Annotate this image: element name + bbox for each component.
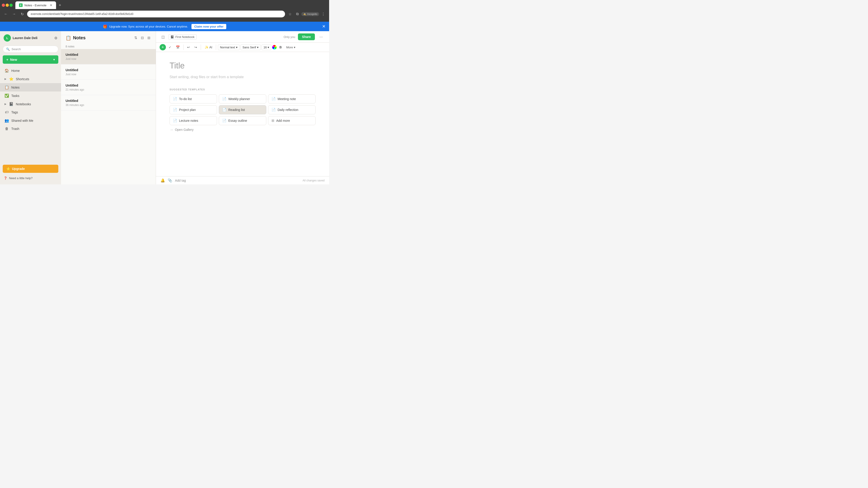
reading-template-icon: 📄	[222, 108, 226, 112]
sidebar-toggle-btn[interactable]: ◫	[160, 34, 166, 40]
upgrade-banner: 🎁 Upgrade now. Sync across all your devi…	[0, 22, 329, 31]
upgrade-button[interactable]: ⭐ Upgrade	[3, 165, 58, 173]
sidebar-item-trash[interactable]: 🗑 Trash	[0, 125, 61, 133]
open-gallery-btn[interactable]: ··· Open Gallery	[169, 126, 315, 133]
ai-btn[interactable]: ✨ AI	[203, 44, 214, 50]
back-btn[interactable]: ←	[3, 11, 9, 17]
insert-btn[interactable]: +	[160, 44, 166, 51]
redo-btn[interactable]: ↪	[193, 44, 199, 50]
attachment-icon[interactable]: 📎	[168, 178, 172, 183]
editor-footer: 🔔 📎 Add tag All changes saved	[156, 176, 329, 184]
sidebar-item-label: Tags	[11, 110, 18, 114]
plus-icon: +	[162, 45, 164, 50]
note-list-item[interactable]: Untitled 36 minutes ago	[61, 95, 156, 110]
editor-toolbar: + ✓ 📅 ↩ ↪ ✨ AI	[156, 43, 329, 52]
search-placeholder: Search	[11, 47, 21, 51]
template-btn-meeting[interactable]: 📄 Meeting note	[268, 94, 315, 103]
banner-text: Upgrade now. Sync across all your device…	[109, 25, 188, 28]
template-btn-more[interactable]: ⊞ Add more	[268, 116, 315, 125]
template-btn-project[interactable]: 📄 Project plan	[169, 105, 217, 114]
note-list-item[interactable]: Untitled Just now	[61, 64, 156, 80]
more-formatting-btn[interactable]: More ▾	[284, 44, 297, 50]
sidebar-item-shared[interactable]: 👥 Shared with Me	[0, 116, 61, 125]
notes-title-icon: 📋	[66, 35, 71, 41]
undo-btn[interactable]: ↩	[185, 44, 192, 50]
incognito-icon: 🕵	[303, 13, 306, 15]
template-btn-todo[interactable]: 📄 To-do list	[169, 94, 217, 103]
template-btn-essay[interactable]: 📄 Essay outline	[219, 116, 266, 125]
notebooks-icon: 📓	[9, 102, 13, 106]
browser-actions: ☆ ⧉ 🕵 Incognito ⋮	[287, 11, 327, 17]
close-window-btn[interactable]	[2, 4, 5, 7]
note-time: Just now	[66, 73, 151, 76]
editor-area: ◫ 📓 First Notebook Only you Share ··· + …	[156, 31, 329, 184]
template-btn-lecture[interactable]: 📄 Lecture notes	[169, 116, 217, 125]
share-button[interactable]: Share	[298, 33, 315, 40]
template-btn-weekly[interactable]: 📄 Weekly planner	[219, 94, 266, 103]
sidebar-item-notes[interactable]: 📋 Notes	[0, 83, 61, 92]
note-time: Just now	[66, 57, 151, 61]
note-list-item[interactable]: Untitled Just now	[61, 49, 156, 64]
sidebar-item-tasks[interactable]: ✅ Tasks	[0, 92, 61, 100]
text-style-dropdown[interactable]: Normal text ▾	[218, 44, 239, 50]
sidebar-item-shortcuts[interactable]: ▶ ⭐ Shortcuts	[0, 75, 61, 83]
sidebar-item-notebooks[interactable]: ▶ 📓 Notebooks	[0, 100, 61, 108]
notes-container: Untitled Just now Untitled Just now Unti…	[61, 49, 156, 110]
reload-btn[interactable]: ↻	[19, 11, 25, 17]
reminder-icon[interactable]: 🔔	[160, 178, 165, 183]
minimize-btn[interactable]	[6, 4, 9, 7]
editor-title-field[interactable]: Title	[169, 61, 315, 70]
browser-menu-btn[interactable]: ⋮	[320, 11, 327, 17]
address-bar[interactable]: evernote.com/client/web?login=true#/note…	[27, 11, 285, 18]
avatar-initials: L	[6, 36, 8, 40]
note-title: Untitled	[66, 99, 151, 103]
notes-toolbar: ⇅ ⊟ ⊞	[133, 35, 151, 41]
sort-btn[interactable]: ⇅	[133, 35, 138, 41]
notes-list: 📋 Notes ⇅ ⊟ ⊞ 8 notes Untitled Just now …	[61, 31, 156, 184]
new-plus-icon: +	[6, 58, 8, 61]
forward-btn[interactable]: →	[11, 11, 17, 17]
claim-offer-button[interactable]: Claim now your offer	[191, 24, 226, 29]
gear-icon[interactable]: ⚙	[54, 36, 57, 40]
editor-content[interactable]: Title Start writing, drag files or start…	[156, 52, 329, 176]
chevron-right-icon: ▶	[4, 77, 6, 80]
tab-close-btn[interactable]: ✕	[50, 3, 53, 7]
note-list-item[interactable]: Untitled 21 minutes ago	[61, 80, 156, 95]
bookmark-btn[interactable]: ☆	[287, 11, 293, 17]
search-box[interactable]: 🔍 Search	[3, 46, 58, 53]
new-tab-btn[interactable]: +	[57, 3, 63, 8]
maximize-btn[interactable]	[9, 4, 13, 7]
color-picker-btn[interactable]	[272, 45, 277, 50]
lecture-template-icon: 📄	[173, 119, 177, 123]
help-link[interactable]: ❓ Need a little help?	[3, 175, 58, 182]
note-title: Untitled	[66, 68, 151, 72]
bold-btn[interactable]: B	[278, 44, 283, 50]
new-button[interactable]: + New ▾	[3, 55, 58, 64]
shortcuts-icon: ⭐	[9, 77, 13, 81]
notebook-badge[interactable]: 📓 First Notebook	[168, 34, 197, 39]
task-btn[interactable]: ✓	[167, 44, 173, 50]
calendar-btn[interactable]: 📅	[174, 44, 182, 50]
view-btn[interactable]: ⊞	[147, 35, 151, 41]
active-tab[interactable]: E Notes - Evernote ✕	[16, 1, 56, 9]
size-arrow: ▾	[268, 46, 269, 49]
normal-text-arrow: ▾	[236, 46, 238, 49]
weekly-template-icon: 📄	[222, 97, 226, 101]
weekly-template-label: Weekly planner	[228, 97, 250, 101]
saved-status: All changes saved	[303, 179, 324, 182]
add-tag-btn[interactable]: Add tag	[175, 179, 186, 182]
banner-close-btn[interactable]: ✕	[322, 24, 326, 29]
more-options-btn[interactable]: ···	[318, 34, 324, 40]
font-dropdown[interactable]: Sans Serif ▾	[241, 44, 260, 50]
filter-btn[interactable]: ⊟	[140, 35, 145, 41]
template-btn-reading[interactable]: 📄 Reading list	[219, 105, 266, 114]
size-dropdown[interactable]: 16 ▾	[261, 44, 271, 50]
sidebar: L Lauren Dale Deli ⚙ 🔍 Search + New ▾ 🏠 …	[0, 31, 61, 184]
sidebar-item-tags[interactable]: 🏷 Tags	[0, 108, 61, 116]
reading-template-label: Reading list	[228, 108, 245, 111]
sidebar-item-home[interactable]: 🏠 Home	[0, 66, 61, 75]
note-title: Untitled	[66, 84, 151, 87]
template-btn-daily[interactable]: 📄 Daily reflection	[268, 105, 315, 114]
sidebar-item-label: Shortcuts	[16, 77, 29, 81]
split-btn[interactable]: ⧉	[294, 11, 301, 17]
